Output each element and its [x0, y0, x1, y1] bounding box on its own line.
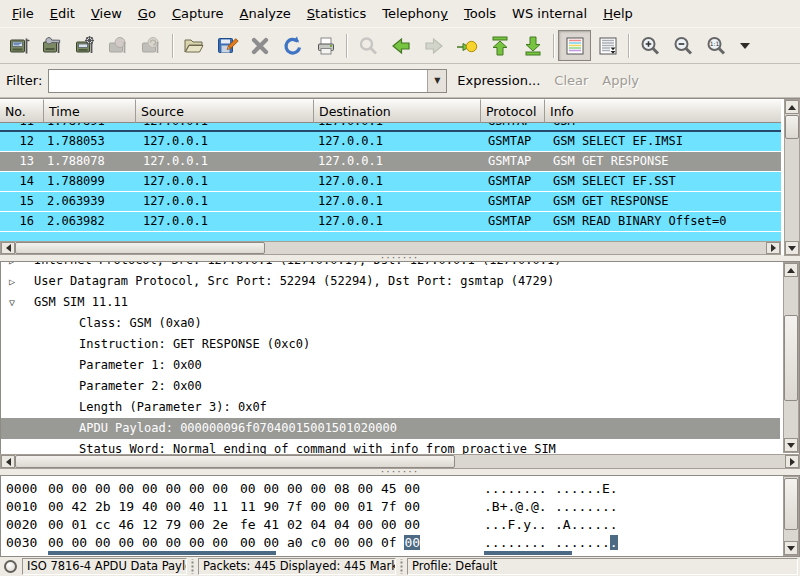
- expression-button[interactable]: Expression...: [457, 73, 540, 88]
- ascii-selection-bar-partial: [484, 551, 572, 555]
- detail-row-udp[interactable]: ▷User Datagram Protocol, Src Port: 52294…: [1, 271, 780, 292]
- capture-stop-icon: [107, 34, 131, 58]
- details-vscrollbar[interactable]: [783, 262, 799, 453]
- scroll-down-icon[interactable]: [784, 541, 798, 555]
- packet-list-hscrollbar[interactable]: [0, 241, 781, 255]
- go-to-packet-button[interactable]: [450, 30, 483, 61]
- filter-combo-arrow[interactable]: ▼: [427, 70, 446, 92]
- scroll-right-icon[interactable]: [766, 242, 780, 254]
- scroll-left-icon[interactable]: [1, 455, 15, 468]
- detail-row-gsm-sim[interactable]: ▽GSM SIM 11.11: [1, 292, 780, 313]
- scroll-right-icon[interactable]: [785, 455, 799, 468]
- packet-row-selected[interactable]: 131.788078127.0.0.1127.0.0.1GSMTAPGSM GE…: [0, 152, 781, 172]
- main-toolbar: 1:1: [0, 27, 800, 64]
- hex-row[interactable]: 001000 42 2b 19 40 00 40 1111 90 7f 00 0…: [1, 498, 780, 516]
- menu-item-statistics[interactable]: Statistics: [299, 2, 374, 25]
- detail-row-apdu-payload-selected[interactable]: APDU Payload: 000000096f0704001500150102…: [1, 418, 780, 439]
- status-resize-grip[interactable]: [190, 559, 195, 574]
- expander-expanded-icon[interactable]: ▽: [9, 292, 24, 313]
- hex-offset: 0000: [1, 480, 48, 498]
- scroll-up-icon[interactable]: [785, 100, 799, 114]
- reload-button[interactable]: [276, 30, 309, 61]
- packet-row[interactable]: 162.063982127.0.0.1127.0.0.1GSMTAPGSM RE…: [0, 212, 781, 232]
- toolbar-overflow-caret[interactable]: [740, 43, 750, 49]
- menu-item-telephony[interactable]: Telephony: [374, 2, 456, 25]
- capture-options-button[interactable]: [36, 30, 69, 61]
- scrollbar-thumb[interactable]: [15, 242, 265, 254]
- find-packet-button[interactable]: [351, 30, 384, 61]
- expander-collapsed-icon[interactable]: ▷: [9, 262, 24, 271]
- close-file-button[interactable]: [243, 30, 276, 61]
- expander-collapsed-icon[interactable]: ▷: [9, 271, 24, 292]
- menu-item-file[interactable]: File: [4, 2, 42, 25]
- go-to-bottom-button[interactable]: [516, 30, 549, 61]
- capture-start-button[interactable]: [69, 30, 102, 61]
- clear-button[interactable]: Clear: [554, 73, 588, 88]
- column-header-info[interactable]: Info: [545, 99, 781, 123]
- save-file-icon: [215, 34, 239, 58]
- packet-row[interactable]: 121.788053127.0.0.1127.0.0.1GSMTAPGSM SE…: [0, 132, 781, 152]
- zoom-in-icon: [638, 34, 662, 58]
- menu-item-capture[interactable]: Capture: [164, 2, 232, 25]
- zoom-in-button[interactable]: [633, 30, 666, 61]
- print-button[interactable]: [309, 30, 342, 61]
- detail-row-status-word[interactable]: Status Word: Normal ending of command wi…: [1, 439, 780, 454]
- hex-row[interactable]: 000000 00 00 00 00 00 00 0000 00 00 00 0…: [1, 480, 780, 498]
- capture-stop-button[interactable]: [102, 30, 135, 61]
- go-forward-button[interactable]: [417, 30, 450, 61]
- packet-row-partial[interactable]: 111.787891127.0.0.1127.0.0.1GSMTAPGSM: [0, 123, 781, 132]
- colorize-button[interactable]: [558, 30, 591, 61]
- menu-item-go[interactable]: Go: [130, 2, 164, 25]
- packet-list-vscrollbar[interactable]: [784, 99, 800, 256]
- zoom-out-button[interactable]: [666, 30, 699, 61]
- scroll-down-icon[interactable]: [784, 438, 798, 452]
- packet-row[interactable]: 141.788099127.0.0.1127.0.0.1GSMTAPGSM SE…: [0, 172, 781, 192]
- column-header-source[interactable]: Source: [136, 99, 314, 123]
- menu-item-edit[interactable]: Edit: [42, 2, 83, 25]
- detail-row-partial[interactable]: ▷Internet Protocol, Src: 127.0.0.1 (127.…: [1, 262, 780, 271]
- save-file-button[interactable]: [210, 30, 243, 61]
- menu-item-view[interactable]: View: [83, 2, 130, 25]
- menu-item-analyze[interactable]: Analyze: [232, 2, 299, 25]
- column-header-protocol[interactable]: Protocol: [481, 99, 545, 123]
- capture-restart-button[interactable]: [135, 30, 168, 61]
- detail-row-parameter1[interactable]: Parameter 1: 0x00: [1, 355, 780, 376]
- packet-list-header: No. Time Source Destination Protocol Inf…: [0, 99, 781, 123]
- column-header-no[interactable]: No.: [0, 99, 44, 123]
- column-header-destination[interactable]: Destination: [314, 99, 481, 123]
- menu-item-help[interactable]: Help: [595, 2, 641, 25]
- go-to-top-button[interactable]: [483, 30, 516, 61]
- filter-input[interactable]: [49, 70, 427, 92]
- auto-scroll-icon: [596, 34, 620, 58]
- packet-row[interactable]: 152.063939127.0.0.1127.0.0.1GSMTAPGSM GE…: [0, 192, 781, 212]
- close-file-icon: [248, 34, 272, 58]
- toolbar-separator: [628, 34, 629, 58]
- hex-row[interactable]: 003000 00 00 00 00 00 00 0000 00 a0 c0 0…: [1, 534, 780, 552]
- menu-item-ws-internal[interactable]: WS internal: [504, 2, 595, 25]
- scrollbar-thumb[interactable]: [784, 478, 798, 530]
- toolbar-separator: [553, 34, 554, 58]
- scrollbar-thumb[interactable]: [784, 315, 798, 401]
- status-resize-grip[interactable]: [399, 559, 404, 574]
- bytes-vscrollbar[interactable]: [783, 476, 799, 556]
- go-back-button[interactable]: [384, 30, 417, 61]
- detail-row-instruction[interactable]: Instruction: GET RESPONSE (0xc0): [1, 334, 780, 355]
- hex-row[interactable]: 002000 01 cc 46 12 79 00 2efe 41 02 04 0…: [1, 516, 780, 534]
- detail-row-length[interactable]: Length (Parameter 3): 0x0f: [1, 397, 780, 418]
- auto-scroll-button[interactable]: [591, 30, 624, 61]
- zoom-normal-button[interactable]: 1:1: [699, 30, 732, 61]
- open-file-button[interactable]: [177, 30, 210, 61]
- scroll-left-icon[interactable]: [1, 242, 15, 254]
- detail-row-class[interactable]: Class: GSM (0xa0): [1, 313, 780, 334]
- menu-item-tools[interactable]: Tools: [456, 2, 504, 25]
- list-interfaces-button[interactable]: [3, 30, 36, 61]
- capture-restart-icon: [140, 34, 164, 58]
- expert-info-icon[interactable]: [4, 560, 17, 573]
- column-header-time[interactable]: Time: [44, 99, 136, 123]
- hex-selected-byte[interactable]: 00: [404, 535, 420, 550]
- scroll-down-icon[interactable]: [785, 241, 799, 255]
- scroll-up-icon[interactable]: [784, 263, 798, 277]
- apply-button[interactable]: Apply: [602, 73, 639, 88]
- detail-row-parameter2[interactable]: Parameter 2: 0x00: [1, 376, 780, 397]
- scrollbar-thumb[interactable]: [785, 115, 799, 139]
